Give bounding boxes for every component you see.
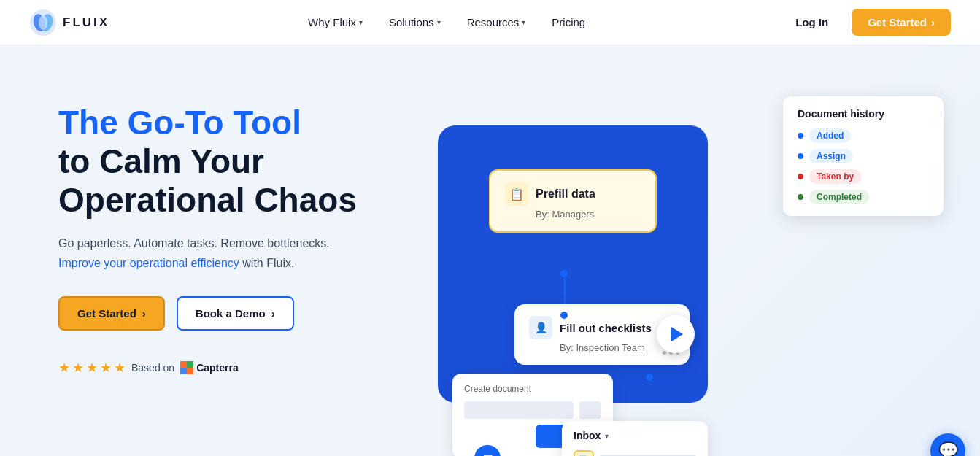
badge-assign: Assign	[809, 149, 853, 163]
svg-point-3	[39, 15, 47, 30]
logo-icon	[29, 9, 57, 36]
nav-why-fluix[interactable]: Why Fluix ▾	[298, 10, 373, 34]
hero-subtitle: Go paperless. Automate tasks. Remove bot…	[58, 234, 409, 253]
create-doc-field-1	[464, 401, 574, 419]
inbox-card: Inbox ▾ 📄	[562, 421, 708, 456]
logo-text: FLUIX	[63, 15, 109, 30]
badge-row-added: Added	[798, 128, 929, 143]
prefill-title: Prefill data	[536, 188, 595, 201]
star-1: ★	[58, 360, 70, 376]
prefill-by: By: Managers	[536, 209, 641, 220]
nav-resources[interactable]: Resources ▾	[457, 10, 536, 34]
hero-illustration: Document history Added Assign Taken by C…	[431, 89, 951, 454]
capterra-logo: Capterra	[180, 361, 239, 374]
create-doc-field-2	[579, 401, 601, 419]
svg-rect-4	[180, 361, 187, 368]
inbox-chevron-icon: ▾	[605, 432, 609, 440]
hero-rating: ★ ★ ★ ★ ★ Based on Capterra	[58, 360, 409, 376]
email-icon: ✉	[474, 445, 501, 456]
create-doc-label: Create document	[464, 384, 601, 394]
nav-solutions[interactable]: Solutions ▾	[379, 10, 451, 34]
navbar: FLUIX Why Fluix ▾ Solutions ▾ Resources …	[0, 0, 980, 45]
create-doc-fields	[464, 401, 601, 419]
checklist-by: By: Inspection Team	[560, 342, 675, 353]
badge-row-assign: Assign	[798, 149, 929, 163]
doc-history-card: Document history Added Assign Taken by C…	[783, 96, 944, 216]
svg-rect-6	[180, 368, 187, 374]
hero-title: The Go-To Tool to Calm YourOperational C…	[58, 104, 409, 220]
chevron-down-icon: ▾	[437, 18, 441, 26]
badge-dot-added	[798, 133, 803, 139]
rating-text: Based on	[131, 362, 174, 374]
star-3: ★	[86, 360, 98, 376]
inbox-header: Inbox ▾	[574, 430, 696, 441]
book-demo-button[interactable]: Book a Demo ›	[177, 296, 294, 331]
email-icon-wrap: ✉	[474, 445, 501, 456]
hero-section: The Go-To Tool to Calm YourOperational C…	[0, 45, 980, 456]
grid-dot	[663, 351, 666, 355]
get-started-button[interactable]: Get Started ›	[852, 9, 951, 36]
star-2: ★	[72, 360, 84, 376]
badge-row-completed: Completed	[798, 190, 929, 204]
checklist-icon: 👤	[529, 316, 552, 339]
star-4: ★	[100, 360, 112, 376]
connector-dot-bottom	[560, 312, 568, 319]
get-started-hero-button[interactable]: Get Started ›	[58, 296, 165, 331]
prefill-card: 📋 Prefill data By: Managers	[489, 169, 657, 233]
doc-history-badges: Added Assign Taken by Completed	[798, 128, 929, 204]
badge-added: Added	[809, 128, 851, 143]
badge-row-taken: Taken by	[798, 169, 929, 184]
logo[interactable]: FLUIX	[29, 9, 109, 36]
nav-pricing[interactable]: Pricing	[541, 10, 595, 34]
hero-link[interactable]: Improve your operational efficiency	[58, 257, 239, 269]
badge-dot-taken	[798, 174, 803, 179]
badge-dot-assign	[798, 153, 803, 159]
inbox-doc-icon: 📄	[574, 450, 594, 456]
login-button[interactable]: Log In	[784, 10, 840, 34]
checklist-card-header: 👤 Fill out checklists	[529, 316, 675, 339]
inbox-label: Inbox	[574, 430, 601, 441]
prefill-card-header: 📋 Prefill data	[505, 182, 641, 206]
badge-taken: Taken by	[809, 169, 861, 184]
inbox-item: 📄	[574, 450, 696, 456]
checklist-title: Fill out checklists	[560, 322, 652, 334]
connector-dot-top	[560, 270, 568, 277]
chat-icon: 💬	[938, 441, 958, 456]
nav-links: Why Fluix ▾ Solutions ▾ Resources ▾ Pric…	[298, 10, 595, 34]
chevron-down-icon: ▾	[359, 18, 363, 26]
nav-actions: Log In Get Started ›	[784, 9, 951, 36]
star-5: ★	[114, 360, 126, 376]
doc-history-title: Document history	[798, 108, 929, 120]
play-icon	[671, 327, 683, 341]
badge-dot-completed	[798, 194, 803, 200]
badge-completed: Completed	[809, 190, 869, 204]
chevron-down-icon: ▾	[522, 18, 525, 26]
star-rating: ★ ★ ★ ★ ★	[58, 360, 126, 376]
hero-buttons: Get Started › Book a Demo ›	[58, 296, 409, 331]
capterra-flag-icon	[180, 361, 193, 374]
svg-rect-7	[187, 368, 193, 374]
hero-link-line: Improve your operational efficiency with…	[58, 257, 409, 270]
blue-dot-checklist	[646, 374, 653, 381]
prefill-icon: 📋	[505, 182, 528, 206]
play-button[interactable]	[657, 315, 695, 353]
hero-left: The Go-To Tool to Calm YourOperational C…	[58, 89, 409, 376]
svg-rect-5	[187, 361, 193, 368]
